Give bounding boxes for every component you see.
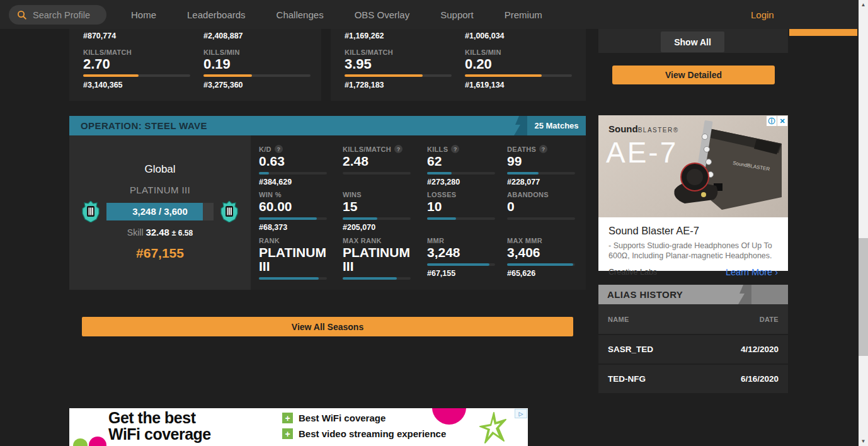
ad-learn-more-link[interactable]: Learn More › (726, 267, 778, 277)
nav-item-premium[interactable]: Premium (505, 9, 542, 20)
nav-item-home[interactable]: Home (131, 9, 156, 20)
show-all-button[interactable]: Show All (661, 31, 724, 52)
banner-ad[interactable]: Get the best WiFi coverage +Best WiFi co… (69, 408, 528, 446)
ad-body: Sound Blaster AE-7 - Supports Studio-gra… (598, 217, 788, 277)
stat-value: 0.20 (465, 57, 572, 71)
alias-table-head: NAME DATE (598, 304, 788, 334)
ad-info-icon[interactable]: ⓘ (767, 116, 777, 126)
season-stat-label: K/D? (259, 145, 343, 153)
nav-item-obs-overlay[interactable]: OBS Overlay (355, 9, 410, 20)
season-stats-grid: K/D?0.63#384,629KILLS/MATCH?2.48KILLS?62… (251, 135, 586, 290)
stat-card-column: #2,408,887KILLS/MIN0.19#3,275,360 (203, 31, 311, 89)
season-stat-label-text: LOSSES (427, 191, 456, 198)
adchoices-icon[interactable]: ▷ (515, 409, 527, 418)
season-stat-bar (427, 263, 495, 266)
season-stat-cell: ABANDONS0 (507, 191, 586, 237)
soundcard-illustration: SoundBLASTER (662, 115, 788, 216)
global-rank-panel: Global PLATINUM III 3,248 / 3,600 (69, 135, 251, 290)
nav-item-challenges[interactable]: Challenges (277, 9, 324, 20)
scrollbar-thumb[interactable] (859, 238, 868, 356)
alias-row: SASR_TED4/12/2020 (598, 335, 788, 363)
season-stat-cell: KILLS/MATCH?2.48 (343, 145, 427, 191)
stat-rank-above: #2,408,887 (203, 31, 311, 40)
season-stat-bar (427, 217, 495, 220)
banner-bullet-text: Best video streaming experience (299, 428, 446, 439)
stat-value: 2.70 (83, 57, 190, 71)
season-stat-rank: #384,629 (259, 178, 343, 187)
help-icon[interactable]: ? (394, 145, 403, 153)
season-stat-value: 15 (343, 200, 413, 214)
season-stat-cell: K/D?0.63#384,629 (259, 145, 343, 191)
season-stat-rank: #228,077 (507, 178, 586, 187)
season-stat-bar-fill (427, 217, 456, 220)
stat-value: 3.95 (345, 57, 452, 71)
season-stat-value: 3,406 (507, 246, 578, 260)
season-stat-label-text: MAX RANK (343, 237, 382, 244)
banner-green-dot (73, 438, 88, 446)
ad-close-icon[interactable]: ✕ (777, 116, 787, 126)
stat-card: #870,774KILLS/MATCH2.70#3,140,365#2,408,… (69, 29, 321, 101)
season-stat-rank: #273,280 (427, 178, 507, 187)
view-detailed-button[interactable]: View Detailed (612, 66, 775, 84)
season-stat-bar (259, 217, 327, 220)
stat-bar (465, 74, 572, 77)
stat-rank-below: #3,275,360 (203, 81, 311, 89)
nav-item-leaderboards[interactable]: Leaderboards (187, 9, 246, 20)
season-stat-bar-fill (343, 217, 377, 220)
help-icon[interactable]: ? (275, 145, 283, 153)
alias-table-body: SASR_TED4/12/2020TED-NFG6/16/2020 (598, 335, 788, 394)
skill-value: 32.48 (146, 227, 169, 237)
stat-card: #1,169,262KILLS/MATCH3.95#1,728,183#1,00… (331, 29, 586, 101)
scroll-down-icon[interactable]: ▼ (859, 437, 868, 446)
alias-history-header: ALIAS HISTORY (598, 285, 788, 304)
help-icon[interactable]: ? (539, 145, 547, 153)
season-stat-label: DEATHS? (507, 145, 586, 153)
skill-label: Skill (127, 227, 144, 237)
stat-value: 0.19 (203, 57, 311, 71)
nav-item-support[interactable]: Support (440, 9, 474, 20)
skill-delta: ± 6.58 (172, 229, 193, 237)
bolt-divider-icon (505, 116, 530, 135)
stat-label: KILLS/MATCH (83, 49, 190, 56)
sidebar-ad[interactable]: SoundBLASTER® AE-7 SoundBLASTER (598, 115, 788, 271)
search-icon (17, 10, 27, 20)
alias-date: 4/12/2020 (741, 345, 779, 354)
star-logo-icon (479, 411, 508, 444)
season-stat-label-text: DEATHS (507, 146, 536, 153)
season-stat-rank: #65,626 (507, 269, 586, 278)
season-stat-bar (507, 172, 575, 174)
season-stat-bar (343, 277, 411, 280)
mmr-progress-bar: 3,248 / 3,600 (106, 203, 214, 220)
season-stat-label-text: KILLS (427, 146, 448, 153)
season-stat-bar-fill (507, 263, 573, 266)
banner-bullets: +Best WiFi coverage+Best video streaming… (282, 413, 446, 439)
season-stat-bar-fill (427, 263, 489, 266)
scroll-up-icon[interactable]: ▲ (859, 0, 868, 9)
season-stat-label-text: RANK (259, 237, 280, 244)
alias-date: 6/16/2020 (741, 374, 779, 384)
season-stat-value: 2.48 (343, 154, 413, 168)
search-input[interactable]: Search Profile (9, 5, 106, 25)
season-title: OPERATION: STEEL WAVE (81, 116, 207, 135)
banner-headline: Get the best WiFi coverage (108, 409, 211, 442)
season-stat-label-text: MMR (427, 237, 444, 244)
season-stat-bar (507, 263, 575, 266)
region-label: Global (69, 135, 251, 176)
alias-name: TED-NFG (608, 374, 646, 384)
help-icon[interactable]: ? (451, 145, 459, 153)
season-matches-badge: 25 Matches (527, 116, 586, 135)
season-stat-rank: #205,070 (343, 223, 427, 232)
login-link[interactable]: Login (751, 0, 774, 29)
season-stat-bar (427, 172, 495, 174)
scrollbar[interactable]: ▲ ▼ (859, 0, 868, 446)
view-all-seasons-button[interactable]: View All Seasons (82, 317, 573, 336)
season-stat-cell: MMR3,248#67,155 (427, 237, 507, 290)
season-stat-cell: MAX MMR3,406#65,626 (507, 237, 586, 290)
season-stat-value: PLATINUM III (259, 246, 329, 273)
mmr-progress-text: 3,248 / 3,600 (106, 203, 214, 220)
nav-items: HomeLeaderboardsChallengesOBS OverlaySup… (131, 0, 542, 29)
season-stat-label-text: K/D (259, 146, 271, 153)
plus-icon: + (282, 428, 293, 439)
season-stat-bar (507, 217, 575, 220)
season-stat-value: 3,248 (427, 246, 498, 260)
